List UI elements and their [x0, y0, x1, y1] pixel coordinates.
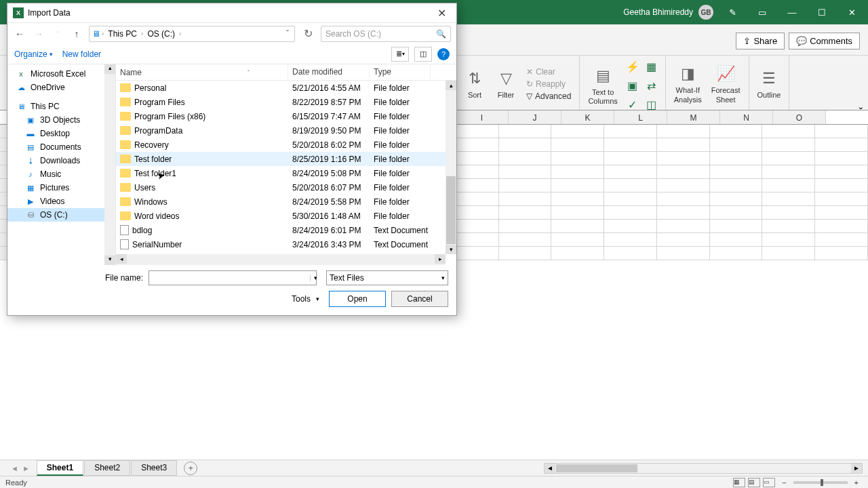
page-layout-icon[interactable]: ▤ — [748, 478, 760, 487]
sidebar-item[interactable]: ▦Pictures — [7, 181, 115, 195]
scroll-left-icon[interactable]: ◄ — [545, 464, 555, 473]
cell[interactable] — [551, 138, 604, 152]
cell[interactable] — [657, 247, 710, 260]
sidebar-item[interactable]: ▬Desktop — [7, 127, 115, 140]
header-name[interactable]: Nameˇ — [116, 64, 288, 80]
ribbon-display-icon[interactable]: ▭ — [751, 4, 773, 20]
cell[interactable] — [657, 165, 710, 179]
cell[interactable] — [762, 233, 815, 247]
breadcrumb-item[interactable]: This PC — [105, 29, 140, 39]
scroll-thumb[interactable] — [556, 464, 637, 472]
whatif-button[interactable]: ◨ What-If Analysis — [671, 62, 705, 105]
cell[interactable] — [551, 179, 604, 192]
cell[interactable] — [710, 247, 763, 260]
horizontal-scrollbar[interactable]: ◄ ► — [544, 463, 863, 474]
sidebar-item[interactable]: ♪Music — [7, 167, 115, 181]
column-header[interactable]: J — [509, 110, 561, 124]
column-header[interactable]: N — [720, 110, 773, 124]
cell[interactable] — [657, 233, 710, 247]
zoom-in-icon[interactable]: + — [850, 479, 863, 487]
tab-nav[interactable]: ◄► — [5, 464, 35, 472]
cell[interactable] — [657, 220, 710, 233]
cell[interactable] — [604, 192, 657, 206]
sidebar-scrollbar[interactable]: ▴ ▾ — [104, 64, 115, 265]
back-button[interactable]: ← — [13, 27, 26, 41]
file-row[interactable]: Test folder8/25/2019 1:16 PMFile folder — [116, 152, 456, 166]
cell[interactable] — [815, 233, 868, 247]
cell[interactable] — [815, 125, 868, 138]
cell[interactable] — [762, 165, 815, 179]
cell[interactable] — [762, 138, 815, 152]
filter-button[interactable]: ▽ Filter — [492, 66, 519, 101]
file-row[interactable]: Recovery5/20/2018 6:02 PMFile folder — [116, 138, 456, 152]
flash-fill-icon[interactable]: ⚡ — [625, 58, 641, 75]
sidebar-item-this-pc[interactable]: 🖥 This PC — [7, 100, 115, 113]
sheet-tab[interactable]: Sheet3 — [131, 460, 177, 476]
cell[interactable] — [551, 233, 604, 247]
add-sheet-button[interactable]: + — [184, 462, 197, 475]
file-row[interactable]: bdlog8/24/2019 6:01 PMText Document — [116, 223, 456, 237]
cell[interactable] — [604, 165, 657, 179]
cell[interactable] — [815, 192, 868, 206]
user-info[interactable]: Geetha Bhimireddy GB — [623, 5, 713, 20]
up-button[interactable]: ↑ — [70, 27, 83, 41]
cell[interactable] — [657, 206, 710, 220]
cell[interactable] — [657, 125, 710, 138]
cell[interactable] — [762, 220, 815, 233]
zoom-slider[interactable] — [793, 481, 848, 484]
filename-dropdown-icon[interactable]: ▾ — [310, 274, 321, 281]
sidebar-item[interactable]: ▶Videos — [7, 195, 115, 208]
file-row[interactable]: Personal5/21/2016 4:55 AMFile folder — [116, 81, 456, 95]
header-date[interactable]: Date modified — [288, 64, 370, 80]
sheet-tab[interactable]: Sheet2 — [84, 460, 130, 476]
relationships-icon[interactable]: ⇄ — [644, 77, 660, 94]
tools-button[interactable]: Tools▾ — [288, 292, 323, 306]
cell[interactable] — [815, 165, 868, 179]
share-button[interactable]: ⇪ Share — [736, 33, 785, 49]
column-header[interactable]: I — [456, 110, 509, 124]
sort-button[interactable]: ⇅ Sort — [461, 66, 488, 101]
header-type[interactable]: Type — [370, 64, 431, 80]
cell[interactable] — [710, 152, 763, 165]
list-vscrollbar[interactable]: ▴ ▾ — [446, 81, 456, 254]
cancel-button[interactable]: Cancel — [391, 291, 448, 307]
cell[interactable] — [499, 220, 552, 233]
cell[interactable] — [710, 165, 763, 179]
zoom-out-icon[interactable]: − — [778, 479, 790, 487]
recent-dropdown-icon[interactable]: ˇ — [51, 27, 64, 41]
cell[interactable] — [604, 138, 657, 152]
pen-icon[interactable]: ✎ — [722, 4, 743, 20]
scroll-left-icon[interactable]: ◂ — [116, 254, 127, 264]
cell[interactable] — [710, 179, 763, 192]
page-break-icon[interactable]: ▭ — [763, 478, 775, 487]
cell[interactable] — [815, 247, 868, 260]
cell[interactable] — [762, 125, 815, 138]
outline-button[interactable]: ☰ Outline — [755, 66, 784, 101]
cell[interactable] — [710, 125, 763, 138]
cell[interactable] — [604, 220, 657, 233]
cell[interactable] — [815, 220, 868, 233]
scroll-up-icon[interactable]: ▴ — [104, 64, 115, 74]
file-row[interactable]: Windows8/24/2019 5:58 PMFile folder — [116, 195, 456, 209]
file-row[interactable]: Users5/20/2018 6:07 PMFile folder — [116, 180, 456, 195]
cell[interactable] — [499, 152, 552, 165]
sidebar-item[interactable]: ⛁OS (C:) — [7, 208, 115, 222]
refresh-button[interactable]: ↻ — [300, 27, 315, 40]
cell[interactable] — [499, 138, 552, 152]
file-row[interactable]: Program Files8/22/2019 8:57 PMFile folde… — [116, 95, 456, 109]
breadcrumb-item[interactable]: OS (C:) — [144, 29, 178, 39]
column-header[interactable]: M — [667, 110, 720, 124]
cell[interactable] — [815, 152, 868, 165]
cell[interactable] — [551, 220, 604, 233]
file-list-body[interactable]: Personal5/21/2016 4:55 AMFile folderProg… — [116, 81, 456, 265]
maximize-icon[interactable]: ☐ — [811, 4, 833, 20]
scroll-down-icon[interactable]: ▾ — [446, 245, 456, 254]
sidebar-item[interactable]: ⭳Downloads — [7, 154, 115, 167]
cell[interactable] — [551, 206, 604, 220]
cell[interactable] — [499, 125, 552, 138]
filename-input[interactable] — [149, 270, 317, 285]
cell[interactable] — [762, 152, 815, 165]
cell[interactable] — [551, 247, 604, 260]
cell[interactable] — [604, 179, 657, 192]
organize-button[interactable]: Organize ▾ — [14, 49, 53, 59]
